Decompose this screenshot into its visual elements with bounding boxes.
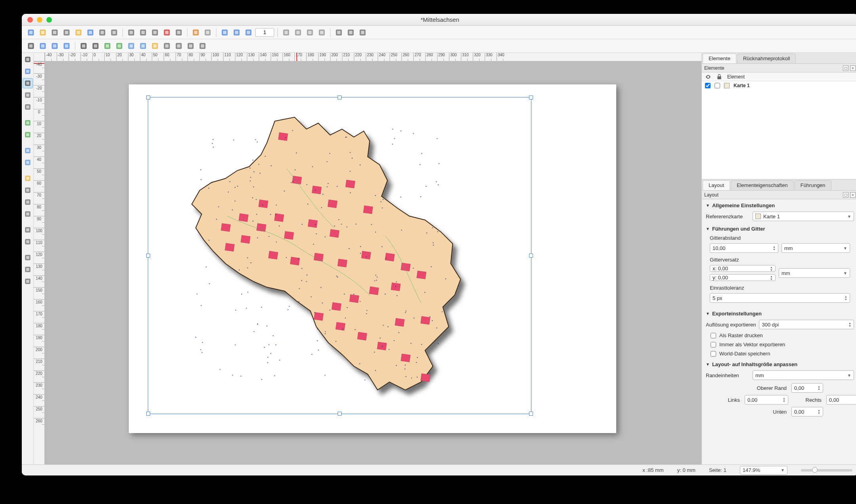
add-image-tool[interactable]	[23, 145, 33, 156]
add-legend-tool[interactable]	[23, 173, 33, 183]
add-northarrow-tool[interactable]	[23, 197, 33, 207]
print-preview-button[interactable]	[138, 27, 148, 38]
page-number-input[interactable]	[255, 28, 274, 37]
move-content-tool[interactable]	[23, 90, 33, 100]
add-scalebar-button[interactable]	[162, 41, 172, 51]
zoom-button[interactable]	[38, 41, 48, 51]
print-button[interactable]	[126, 27, 136, 38]
add-html-tool[interactable]	[23, 252, 33, 263]
print-layers-button[interactable]	[150, 27, 160, 38]
handle-bottom-center[interactable]	[338, 412, 342, 416]
tab-elements[interactable]: Elemente	[703, 53, 736, 63]
zoom-actual-button[interactable]	[50, 41, 60, 51]
redo-button[interactable]	[203, 27, 213, 38]
export-svg-button[interactable]	[174, 27, 184, 38]
save-layout-button[interactable]	[26, 27, 36, 38]
grid-offset-y-input[interactable]: y: 0,00▲▼	[710, 274, 776, 281]
grid-offset-unit-combo[interactable]: mm▼	[779, 268, 850, 278]
add-arrow-tool[interactable]	[23, 225, 33, 235]
tab-undo-history[interactable]: Rücknahmeprotokoll	[737, 53, 796, 63]
panel-close-button[interactable]: ×	[850, 192, 856, 198]
handle-top-center[interactable]	[338, 95, 342, 99]
canvas-area[interactable]: -40-30-20-100102030405060708090100110120…	[34, 53, 701, 464]
layout-options-button[interactable]	[97, 27, 107, 38]
margin-left-input[interactable]: 0,00▲▼	[745, 395, 788, 405]
always-vector-checkbox[interactable]	[711, 342, 716, 347]
select-button[interactable]	[78, 41, 89, 51]
margin-top-input[interactable]: 0,00▲▼	[791, 383, 823, 393]
elements-list[interactable]: Karte 1	[702, 81, 856, 179]
edit-nodes-tool[interactable]	[23, 102, 33, 112]
add-shape-button[interactable]	[185, 41, 196, 51]
export-pdf-button[interactable]	[162, 27, 172, 38]
layout-properties[interactable]: ▼Allgemeine Einstellungen Refererenzkart…	[702, 199, 856, 464]
duplicate-layout-button[interactable]	[50, 27, 60, 38]
atlas-export-button[interactable]	[334, 27, 344, 38]
refresh-button[interactable]	[61, 41, 72, 51]
section-guides-header[interactable]: ▼Führungen und Gitter	[702, 223, 856, 233]
add-nodeitem-tool[interactable]	[23, 237, 33, 247]
select-all-button[interactable]	[90, 41, 101, 51]
nav-prev-button[interactable]	[293, 27, 303, 38]
tab-item-properties[interactable]: Elementeigenschaften	[731, 180, 794, 190]
zoom-tool[interactable]	[23, 66, 33, 76]
open-template-button[interactable]	[73, 27, 84, 38]
grid-offset-x-input[interactable]: x: 0,00▲▼	[710, 265, 776, 272]
grid-spacing-unit-combo[interactable]: mm▼	[781, 243, 850, 253]
horizontal-ruler[interactable]: -40-30-20-100102030405060708090100110120…	[45, 53, 701, 61]
add-3dmap-tool[interactable]	[23, 130, 33, 140]
handle-left-center[interactable]	[146, 254, 150, 258]
handle-top-left[interactable]	[146, 95, 150, 99]
add-label-button[interactable]	[138, 41, 148, 51]
handle-top-right[interactable]	[529, 95, 533, 99]
add-scalebar-tool[interactable]	[23, 185, 33, 195]
item-visibility-checkbox[interactable]	[705, 83, 711, 88]
panel-close-button[interactable]: ×	[850, 65, 856, 71]
section-export-header[interactable]: ▼Exporteinstellungen	[702, 307, 856, 318]
layout-manager-button[interactable]	[61, 27, 72, 38]
margin-bottom-input[interactable]: 0,00▲▼	[791, 407, 823, 416]
margin-right-input[interactable]: 0,00▲▼	[826, 395, 856, 405]
add-items-button[interactable]	[109, 27, 119, 38]
margin-unit-combo[interactable]: mm▼	[753, 370, 854, 380]
add-legend-button[interactable]	[150, 41, 160, 51]
print-as-raster-checkbox[interactable]	[711, 333, 716, 338]
nav-next-button[interactable]	[305, 27, 315, 38]
handle-bottom-left[interactable]	[146, 412, 150, 416]
panel-undock-button[interactable]: ▢	[843, 192, 848, 198]
vertical-ruler[interactable]: -40-30-20-100102030405060708090100110120…	[34, 61, 45, 464]
zoom-out-button[interactable]	[243, 27, 254, 38]
atlas-toggle-button[interactable]	[357, 27, 368, 38]
map-item-selection[interactable]	[148, 97, 531, 414]
add-map-button[interactable]	[102, 41, 113, 51]
list-item[interactable]: Karte 1	[702, 81, 856, 90]
grid-spacing-input[interactable]: 10,00▲▼	[710, 243, 778, 253]
panel-undock-button[interactable]: ▢	[843, 65, 848, 71]
add-northarrow-button[interactable]	[174, 41, 184, 51]
add-map-tool[interactable]	[23, 118, 33, 128]
save-template-button[interactable]	[85, 27, 96, 38]
section-resize-header[interactable]: ▼Layout- auf Inhaltsgröße anpassen	[702, 358, 856, 369]
zoom-slider[interactable]	[801, 469, 852, 472]
undo-button[interactable]	[191, 27, 201, 38]
export-dpi-input[interactable]: 300 dpi▲▼	[759, 320, 854, 329]
zoom-full-button[interactable]	[220, 27, 230, 38]
section-general-header[interactable]: ▼Allgemeine Einstellungen	[702, 199, 856, 210]
snap-tolerance-input[interactable]: 5 px▲▼	[710, 293, 850, 303]
add-arrow-button[interactable]	[197, 41, 208, 51]
zoom-combo[interactable]: 147.9%▼	[740, 466, 787, 475]
zoom-in-button[interactable]	[231, 27, 242, 38]
add-table-tool[interactable]	[23, 264, 33, 275]
atlas-settings-button[interactable]	[346, 27, 356, 38]
save-world-file-checkbox[interactable]	[711, 351, 716, 357]
new-layout-button[interactable]	[38, 27, 48, 38]
add-shape-tool[interactable]	[23, 209, 33, 219]
pan-button[interactable]	[26, 41, 36, 51]
zoom-slider-thumb[interactable]	[812, 467, 818, 473]
add-label-tool[interactable]	[23, 157, 33, 168]
add-image-button[interactable]	[126, 41, 136, 51]
tab-guides[interactable]: Führungen	[795, 180, 831, 190]
handle-right-center[interactable]	[529, 254, 533, 258]
handle-bottom-right[interactable]	[529, 412, 533, 416]
select-tool[interactable]	[23, 78, 33, 88]
